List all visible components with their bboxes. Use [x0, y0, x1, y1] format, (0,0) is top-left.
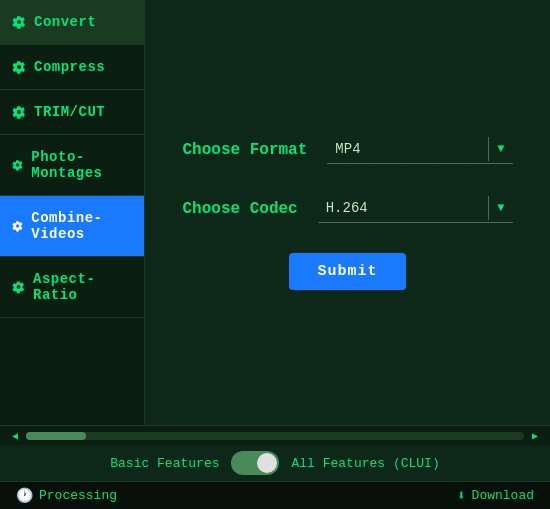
sidebar: Convert Compress TRIM/CUT Photo-Montages: [0, 0, 145, 425]
toggle-area: Basic Features All Features (CLUI): [0, 445, 550, 481]
processing-label: Processing: [39, 488, 117, 503]
app-container: Convert Compress TRIM/CUT Photo-Montages: [0, 0, 550, 509]
content-area: Choose Format MP4 ▼ Choose Codec H.264 ▼…: [145, 0, 550, 425]
download-icon: ⬇: [457, 487, 465, 504]
gear-icon-photo: [12, 158, 23, 172]
scroll-thumb[interactable]: [26, 432, 86, 440]
sidebar-item-photo-montages-label: Photo-Montages: [31, 149, 132, 181]
format-row: Choose Format MP4 ▼: [183, 135, 513, 164]
gear-icon-convert: [12, 15, 26, 29]
sidebar-item-aspect-ratio[interactable]: Aspect-Ratio: [0, 257, 144, 318]
status-bar: 🕐 Processing ⬇ Download: [0, 481, 550, 509]
status-left: 🕐 Processing: [16, 487, 117, 504]
sidebar-item-compress[interactable]: Compress: [0, 45, 144, 90]
codec-select-display[interactable]: H.264: [318, 194, 489, 222]
status-right[interactable]: ⬇ Download: [457, 487, 534, 504]
format-select-wrapper[interactable]: MP4 ▼: [327, 135, 512, 164]
scroll-track[interactable]: [26, 432, 524, 440]
features-toggle[interactable]: [231, 451, 279, 475]
sidebar-item-convert[interactable]: Convert: [0, 0, 144, 45]
format-label: Choose Format: [183, 141, 308, 159]
clock-icon: 🕐: [16, 487, 33, 504]
codec-select-wrapper[interactable]: H.264 ▼: [318, 194, 513, 223]
all-features-label: All Features (CLUI): [291, 456, 439, 471]
submit-button[interactable]: Submit: [289, 253, 405, 290]
sidebar-item-combine-videos[interactable]: Combine-Videos: [0, 196, 144, 257]
basic-features-label: Basic Features: [110, 456, 219, 471]
codec-label: Choose Codec: [183, 200, 298, 218]
main-area: Convert Compress TRIM/CUT Photo-Montages: [0, 0, 550, 425]
sidebar-item-convert-label: Convert: [34, 14, 96, 30]
download-label: Download: [472, 488, 534, 503]
format-select-display[interactable]: MP4: [327, 135, 488, 163]
scrollbar: ◀ ▶: [0, 425, 550, 445]
scroll-left-arrow-icon[interactable]: ◀: [8, 428, 22, 444]
format-dropdown-chevron-icon[interactable]: ▼: [489, 138, 512, 160]
sidebar-item-compress-label: Compress: [34, 59, 105, 75]
sidebar-item-trim-cut[interactable]: TRIM/CUT: [0, 90, 144, 135]
codec-dropdown-chevron-icon[interactable]: ▼: [489, 197, 512, 219]
sidebar-item-combine-videos-label: Combine-Videos: [31, 210, 132, 242]
gear-icon-trim: [12, 105, 26, 119]
toggle-knob: [257, 453, 277, 473]
codec-row: Choose Codec H.264 ▼: [183, 194, 513, 223]
gear-icon-aspect: [12, 280, 25, 294]
sidebar-item-aspect-ratio-label: Aspect-Ratio: [33, 271, 132, 303]
sidebar-item-photo-montages[interactable]: Photo-Montages: [0, 135, 144, 196]
gear-icon-compress: [12, 60, 26, 74]
scroll-right-arrow-icon[interactable]: ▶: [528, 428, 542, 444]
gear-icon-combine: [12, 219, 23, 233]
sidebar-item-trim-cut-label: TRIM/CUT: [34, 104, 105, 120]
